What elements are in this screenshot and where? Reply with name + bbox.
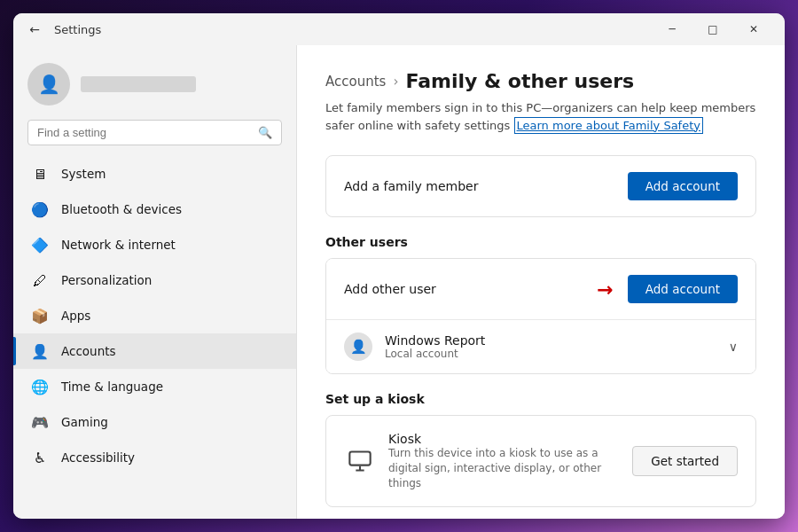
account-name: Windows Report (385, 333, 485, 348)
search-input[interactable] (37, 126, 251, 139)
back-button[interactable]: ← (24, 19, 45, 40)
sidebar-item-bluetooth[interactable]: 🔵 Bluetooth & devices (13, 192, 296, 227)
add-other-account-button[interactable]: Add account (628, 275, 738, 303)
title-bar-left: ← Settings (24, 19, 101, 40)
svg-rect-0 (349, 452, 370, 466)
learn-more-link[interactable]: Learn more about Family Safety (514, 117, 703, 134)
red-arrow-icon: → (597, 278, 613, 301)
kiosk-get-started-button[interactable]: Get started (632, 446, 738, 476)
settings-window: ← Settings ─ □ ✕ 👤 (13, 13, 785, 519)
page-title: Family & other users (405, 70, 634, 92)
account-avatar: 👤 (344, 332, 372, 361)
accessibility-icon: ♿ (31, 449, 49, 466)
main-content: Accounts › Family & other users Let fami… (297, 45, 785, 519)
network-icon: 🔷 (31, 236, 49, 254)
sidebar-item-label: Apps (61, 309, 90, 323)
sidebar-item-label: System (61, 167, 106, 181)
kiosk-description: Turn this device into a kiosk to use as … (388, 446, 620, 490)
sidebar-item-label: Network & internet (61, 238, 176, 252)
other-users-card: Add other user → Add account 👤 Windows R… (325, 258, 756, 374)
add-family-account-button[interactable]: Add account (628, 172, 738, 200)
minimize-button[interactable]: ─ (652, 13, 692, 45)
search-box[interactable]: 🔍 (27, 120, 282, 145)
accounts-icon: 👤 (31, 342, 49, 360)
sidebar-item-system[interactable]: 🖥 System (13, 156, 296, 192)
windows-report-row[interactable]: 👤 Windows Report Local account ∨ (326, 320, 755, 373)
sidebar-item-gaming[interactable]: 🎮 Gaming (13, 404, 296, 440)
window-title: Settings (54, 23, 101, 36)
time-icon: 🌐 (31, 378, 49, 395)
user-section: 👤 (13, 56, 296, 120)
account-details: Windows Report Local account (385, 333, 485, 360)
maximize-button[interactable]: □ (692, 13, 733, 45)
avatar: 👤 (27, 63, 70, 106)
username-bar (81, 76, 196, 92)
search-icon: 🔍 (258, 126, 272, 139)
sidebar-item-label: Accounts (61, 344, 116, 358)
family-member-card: Add a family member Add account (325, 155, 756, 217)
gaming-icon: 🎮 (31, 413, 49, 431)
personalization-icon: 🖊 (31, 271, 49, 289)
kiosk-info: Kiosk Turn this device into a kiosk to u… (388, 432, 620, 490)
page-description: Let family members sign in to this PC—or… (325, 99, 756, 134)
add-other-user-label: Add other user (344, 282, 436, 296)
breadcrumb: Accounts › Family & other users (325, 70, 756, 92)
sidebar-item-label: Accessibility (61, 450, 135, 465)
content-area: 👤 🔍 🖥 System 🔵 Bluetooth & devices 🔷 Net… (13, 45, 785, 519)
add-other-user-actions: → Add account (597, 275, 738, 303)
breadcrumb-sep: › (393, 74, 398, 90)
sidebar: 👤 🔍 🖥 System 🔵 Bluetooth & devices 🔷 Net… (13, 45, 297, 519)
account-info: 👤 Windows Report Local account (344, 332, 485, 361)
sidebar-item-personalization[interactable]: 🖊 Personalization (13, 262, 296, 298)
sidebar-item-network[interactable]: 🔷 Network & internet (13, 227, 296, 262)
sidebar-item-accounts[interactable]: 👤 Accounts (13, 333, 296, 369)
kiosk-section-title: Set up a kiosk (325, 392, 756, 406)
kiosk-name: Kiosk (388, 432, 620, 446)
account-type: Local account (385, 348, 485, 360)
window-controls: ─ □ ✕ (652, 13, 774, 45)
sidebar-item-accessibility[interactable]: ♿ Accessibility (13, 440, 296, 475)
add-other-user-row: Add other user → Add account (326, 259, 755, 320)
sidebar-item-label: Gaming (61, 415, 108, 429)
close-button[interactable]: ✕ (733, 13, 774, 45)
sidebar-item-label: Time & language (61, 379, 163, 394)
chevron-down-icon: ∨ (729, 340, 738, 354)
sidebar-item-apps[interactable]: 📦 Apps (13, 298, 296, 333)
kiosk-icon (344, 445, 376, 477)
other-users-title: Other users (325, 235, 756, 249)
sidebar-item-label: Personalization (61, 273, 152, 287)
apps-icon: 📦 (31, 307, 49, 325)
sidebar-item-label: Bluetooth & devices (61, 202, 182, 216)
title-bar: ← Settings ─ □ ✕ (13, 13, 785, 45)
kiosk-card: Kiosk Turn this device into a kiosk to u… (325, 415, 756, 507)
bluetooth-icon: 🔵 (31, 200, 49, 218)
breadcrumb-parent: Accounts (325, 74, 386, 90)
family-label: Add a family member (344, 179, 478, 193)
sidebar-item-time[interactable]: 🌐 Time & language (13, 369, 296, 404)
system-icon: 🖥 (31, 165, 49, 183)
